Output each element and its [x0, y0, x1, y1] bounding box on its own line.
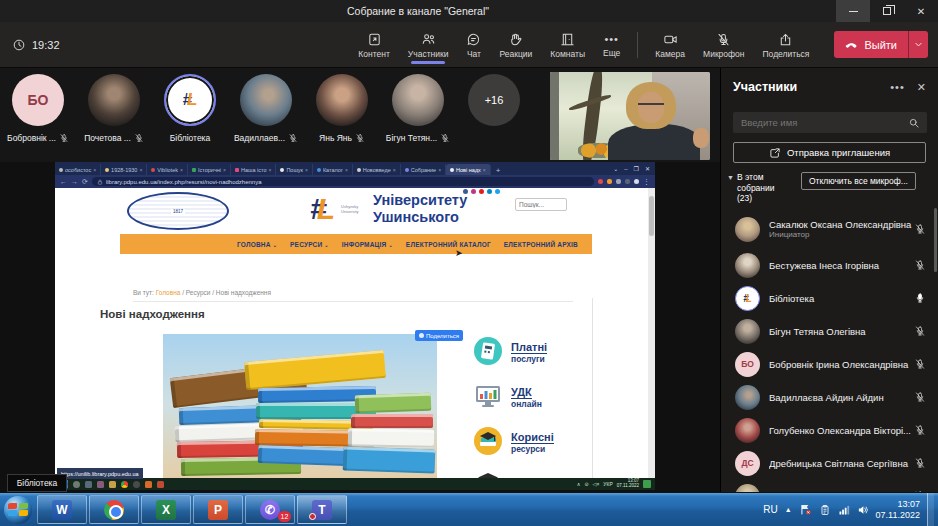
twitter-icon[interactable]	[495, 189, 500, 194]
remote-clock-icon[interactable]	[133, 481, 140, 488]
browser-menu-icon[interactable]: ⋮	[643, 178, 650, 186]
remote-clock[interactable]: 13:07 07.11.2022	[617, 479, 639, 489]
taskbar-teams-button[interactable]: T	[297, 495, 347, 524]
panel-close-icon[interactable]: ✕	[917, 81, 926, 94]
mic-button[interactable]: Микрофон	[694, 29, 753, 60]
remote-folder-icon[interactable]	[109, 481, 116, 488]
nav-information[interactable]: ІНФОРМАЦІЯ ⌄	[342, 241, 393, 248]
participant-row[interactable]: БО Бобровнік Ірина Олександрівна	[721, 348, 938, 381]
send-invite-button[interactable]: Отправка приглашения	[733, 142, 926, 163]
participant-row[interactable]: #L Бібліотека	[721, 282, 938, 315]
sidebar-item-paid-services[interactable]: Платніпослуги	[473, 328, 591, 373]
remote-tray-icon[interactable]: ⊘	[584, 481, 588, 487]
participant-row[interactable]: Бігун Тетяна Олегівна	[721, 315, 938, 348]
participant-row[interactable]: Загорулько Ірина Петрівна	[721, 480, 938, 492]
telegram-icon[interactable]	[487, 189, 492, 194]
tab-close-icon[interactable]: ×	[393, 167, 396, 173]
close-button[interactable]: ✕	[904, 0, 938, 22]
panel-scrollbar[interactable]	[934, 208, 937, 272]
nav-home[interactable]: ГОЛОВНА ⌄	[237, 241, 277, 248]
browser-scrollbar[interactable]	[648, 188, 655, 478]
tab-close-icon[interactable]: ×	[139, 167, 142, 173]
browser-tab[interactable]: Каталог×	[313, 164, 353, 175]
tab-close-icon[interactable]: ×	[438, 167, 441, 173]
mute-all-button[interactable]: Отключить все микроф...	[801, 172, 916, 190]
tab-close-icon[interactable]: ×	[268, 167, 271, 173]
browser-tab[interactable]: Собрание×	[401, 164, 446, 175]
rooms-button[interactable]: Комнаты	[541, 29, 594, 60]
participant-row[interactable]: Бестужева Інеса Ігорівна	[721, 249, 938, 282]
video-tile[interactable]: Янь Янь	[304, 68, 380, 143]
browser-minimize-icon[interactable]: –	[624, 166, 627, 172]
remote-notification-icon[interactable]	[643, 480, 651, 488]
video-tile[interactable]: #L Бібліотека	[152, 68, 228, 143]
browser-restore-icon[interactable]: ❐	[634, 165, 639, 172]
instagram-icon[interactable]	[471, 189, 476, 194]
content-button[interactable]: Контент	[349, 29, 399, 60]
nav-resources[interactable]: РЕСУРСИ ⌄	[290, 241, 329, 248]
section-collapse-icon[interactable]: ▼	[727, 174, 734, 181]
reactions-button[interactable]: Реакции	[490, 29, 541, 60]
new-tab-button[interactable]: +	[491, 166, 506, 175]
mic-off-icon[interactable]	[914, 358, 926, 370]
youtube-icon[interactable]	[479, 189, 484, 194]
forward-icon[interactable]: →	[71, 178, 78, 185]
tab-close-icon[interactable]: ×	[93, 167, 96, 173]
minimize-button[interactable]	[836, 0, 870, 22]
tab-search-icon[interactable]: ⌄	[613, 165, 618, 172]
share-screen-button[interactable]: Поделиться	[753, 29, 818, 60]
browser-tab[interactable]: особистос×	[55, 164, 101, 175]
remote-taskview-icon[interactable]	[85, 481, 92, 488]
overflow-tile[interactable]: +16	[456, 68, 532, 126]
tab-close-icon[interactable]: ×	[483, 167, 486, 173]
device-icon[interactable]	[819, 504, 831, 516]
taskbar-clock[interactable]: 13:07 07.11.2022	[876, 499, 920, 521]
breadcrumb-section-link[interactable]: Ресурси	[186, 289, 211, 296]
start-button[interactable]	[0, 493, 36, 526]
nav-e-catalog[interactable]: ЕЛЕКТРОННИЙ КАТАЛОГ	[406, 241, 491, 248]
browser-tab-active[interactable]: Нові надх×	[446, 164, 491, 175]
address-bar[interactable]: library.pdpu.edu.ua/index.php/resursi/no…	[92, 177, 594, 186]
chat-button[interactable]: Чат	[457, 29, 490, 60]
sidebar-item-academic-integrity[interactable]: Академічнадоброчесність	[473, 463, 591, 478]
remote-tray-chevron-icon[interactable]: ∧	[577, 481, 581, 487]
mic-off-icon[interactable]	[914, 325, 926, 337]
leave-button[interactable]: Выйти	[834, 31, 908, 58]
extension-icon[interactable]	[607, 179, 612, 184]
extension-icon[interactable]	[598, 179, 603, 184]
taskbar-word-button[interactable]: W	[37, 495, 87, 524]
profile-avatar-icon[interactable]	[634, 179, 639, 184]
panel-more-icon[interactable]: •••	[890, 81, 905, 93]
network-icon[interactable]	[838, 504, 850, 516]
remote-chrome-icon[interactable]	[121, 481, 128, 488]
breadcrumb-home-link[interactable]: Головна	[156, 289, 181, 296]
action-center-flag-icon[interactable]	[799, 503, 812, 516]
video-tile[interactable]: Бігун Тетян...	[380, 68, 456, 143]
site-search-input[interactable]	[515, 198, 567, 211]
share-button[interactable]: Поделиться	[415, 330, 463, 341]
remote-powerpoint-icon[interactable]	[157, 481, 164, 488]
camera-button[interactable]: Камера	[646, 29, 694, 60]
webcam-video[interactable]	[550, 72, 710, 160]
taskbar-powerpoint-button[interactable]: P	[193, 495, 243, 524]
mic-off-icon[interactable]	[914, 391, 926, 403]
browser-tab[interactable]: Vibliotek×	[147, 164, 188, 175]
browser-tab[interactable]: 1928-1930×	[101, 164, 147, 175]
extension-icon[interactable]	[616, 179, 621, 184]
remote-search-icon[interactable]	[73, 481, 80, 488]
tab-close-icon[interactable]: ×	[180, 167, 183, 173]
participant-search-input[interactable]	[733, 112, 927, 133]
mic-off-icon[interactable]	[914, 424, 926, 436]
volume-icon[interactable]	[857, 504, 869, 516]
taskbar-chrome-button[interactable]	[89, 495, 139, 524]
sidebar-item-udc-online[interactable]: УДКонлайн	[473, 373, 591, 418]
back-icon[interactable]: ←	[60, 178, 67, 185]
participant-row[interactable]: Голубенко Олександра Вікторі...	[721, 414, 938, 447]
browser-close-icon[interactable]: ✕	[645, 165, 650, 172]
restore-button[interactable]	[870, 0, 904, 22]
sidebar-item-useful-resources[interactable]: Корисніресурси	[473, 418, 591, 463]
remote-language-indicator[interactable]: УКР	[603, 481, 612, 487]
tab-close-icon[interactable]: ×	[223, 167, 226, 173]
mic-off-icon[interactable]	[914, 457, 926, 469]
participant-row[interactable]: ДС Дребницька Світлана Сергіївна	[721, 447, 938, 480]
